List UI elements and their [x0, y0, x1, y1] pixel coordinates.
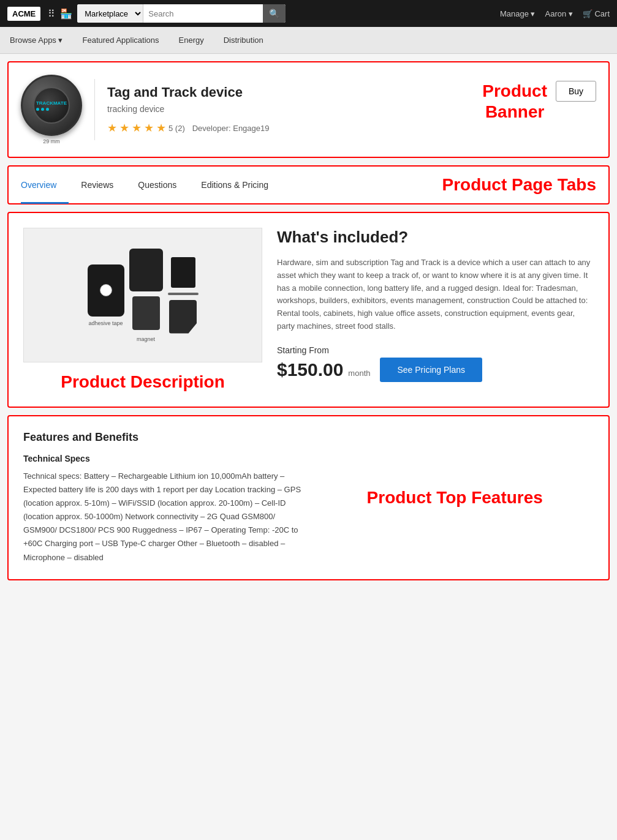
comp-device-4: [171, 257, 195, 288]
search-scope-select[interactable]: Marketplace: [77, 4, 143, 23]
device-inner: TRACKMATE: [33, 87, 70, 124]
buy-button[interactable]: Buy: [556, 81, 596, 102]
nav-right: Manage ▾ Aaron ▾ 🛒 Cart: [500, 9, 610, 18]
whats-included-title: What's included?: [277, 228, 594, 247]
secondary-nav: Browse Apps ▾ Featured Applications Ener…: [0, 27, 617, 54]
tab-questions[interactable]: Questions: [126, 167, 189, 204]
star-3: ★: [132, 121, 142, 135]
nav-energy[interactable]: Energy: [176, 27, 206, 53]
tab-editions-pricing[interactable]: Editions & Pricing: [189, 167, 281, 204]
nav-featured-applications[interactable]: Featured Applications: [80, 27, 162, 53]
price-amount: $150.00: [277, 359, 343, 380]
search-input[interactable]: [143, 4, 263, 23]
star-4: ★: [144, 121, 154, 135]
gallery-col-1: adhesive tape: [88, 264, 124, 326]
gallery-col-3: [168, 257, 199, 334]
price-display: $150.00 month: [277, 359, 370, 380]
dot-2: [41, 108, 44, 111]
dot-1: [36, 108, 39, 111]
device-logo-text: TRACKMATE: [36, 100, 67, 106]
manage-menu[interactable]: Manage ▾: [500, 9, 536, 18]
product-tabs-section: Overview Reviews Questions Editions & Pr…: [7, 165, 610, 204]
product-banner-section: TRACKMATE 29 mm Tag and Track device tra…: [7, 61, 610, 158]
description-right: What's included? Hardware, sim and subsc…: [277, 228, 594, 392]
features-left: Features and Benefits Technical Specs Te…: [23, 431, 301, 564]
comp-device-5: [169, 300, 197, 334]
gallery-col-2: magnet: [129, 249, 163, 342]
user-menu[interactable]: Aaron ▾: [545, 9, 573, 18]
search-container: Marketplace 🔍: [77, 4, 286, 23]
acme-logo[interactable]: ACME: [7, 7, 40, 21]
main-content: TRACKMATE 29 mm Tag and Track device tra…: [0, 54, 617, 588]
product-rating: ★ ★ ★ ★ ★ 5 (2) Developer: Engage19: [107, 121, 596, 135]
product-description-label: Product Description: [23, 372, 262, 392]
dot-3: [46, 108, 49, 111]
product-features-section: Features and Benefits Technical Specs Te…: [7, 415, 610, 580]
comp-device-3: [132, 296, 160, 330]
price-period: month: [348, 369, 370, 378]
product-description-section: adhesive tape magnet Pro: [7, 212, 610, 408]
developer-label: Developer: Engage19: [192, 124, 270, 133]
tech-specs-text: Technical specs: Battery – Rechargeable …: [23, 470, 301, 564]
features-title: Features and Benefits: [23, 431, 301, 444]
device-dots: [36, 108, 67, 111]
comp-device-main: [88, 264, 124, 317]
product-banner-label: ProductBanner: [482, 81, 547, 122]
tabs-list: Overview Reviews Questions Editions & Pr…: [21, 167, 281, 203]
star-2: ★: [119, 121, 129, 135]
search-button[interactable]: 🔍: [263, 4, 286, 23]
store-icon[interactable]: 🏪: [60, 8, 72, 20]
star-1: ★: [107, 121, 117, 135]
tab-reviews[interactable]: Reviews: [69, 167, 126, 204]
tech-specs-title: Technical Specs: [23, 454, 301, 463]
comp-device-2: [129, 249, 163, 291]
device-image: TRACKMATE: [21, 75, 82, 136]
comp-flat: [168, 293, 199, 295]
comp-label-tape: adhesive tape: [88, 320, 123, 326]
price-row: $150.00 month See Pricing Plans: [277, 358, 594, 382]
grid-icon[interactable]: ⠿: [48, 8, 55, 20]
top-nav: ACME ⠿ 🏪 Marketplace 🔍 Manage ▾ Aaron ▾ …: [0, 0, 617, 27]
comp-button: [100, 284, 112, 296]
product-image-gallery: adhesive tape magnet: [23, 228, 262, 362]
product-image-container: TRACKMATE 29 mm: [21, 75, 82, 144]
gallery-inner: adhesive tape magnet: [80, 241, 206, 350]
nav-browse-apps[interactable]: Browse Apps ▾: [7, 27, 66, 53]
tab-overview[interactable]: Overview: [21, 167, 69, 204]
starting-from-label: Starting From: [277, 345, 594, 355]
description-left: adhesive tape magnet Pro: [23, 228, 262, 392]
see-pricing-button[interactable]: See Pricing Plans: [380, 358, 482, 382]
nav-distribution[interactable]: Distribution: [221, 27, 266, 53]
star-5: ★: [156, 121, 166, 135]
product-divider: [94, 79, 95, 140]
comp-label-magnet: magnet: [137, 336, 155, 342]
whats-included-text: Hardware, sim and subscription Tag and T…: [277, 257, 594, 333]
cart-button[interactable]: 🛒 Cart: [583, 9, 610, 18]
product-page-tabs-label: Product Page Tabs: [442, 175, 596, 195]
product-top-features-label: Product Top Features: [316, 488, 594, 508]
rating-count: 5 (2): [168, 124, 185, 133]
size-label: 29 mm: [43, 138, 60, 144]
